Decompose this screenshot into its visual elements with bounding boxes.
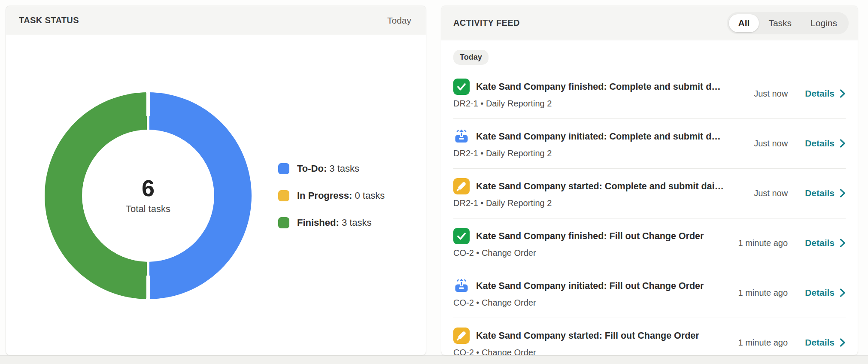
details-link[interactable]: Details	[805, 88, 846, 99]
activity-item: Kate Sand Company finished: Fill out Cha…	[453, 218, 846, 268]
activity-title: Kate Sand Company finished: Complete and…	[476, 82, 724, 92]
activity-reference: DR2-1 • Daily Reporting 2	[453, 198, 724, 208]
activity-reference: CO-2 • Change Order	[453, 248, 724, 258]
details-link[interactable]: Details	[805, 337, 846, 348]
activity-feed-title: ACTIVITY FEED	[453, 18, 520, 28]
details-label: Details	[805, 288, 835, 298]
pencil-icon	[453, 328, 470, 344]
chevron-right-icon	[840, 239, 846, 247]
activity-timestamp: Just now	[733, 188, 788, 198]
legend-swatch	[278, 217, 289, 228]
activity-title: Kate Sand Company initiated: Complete an…	[476, 131, 724, 142]
legend-item: To-Do: 3 tasks	[278, 163, 385, 174]
check-icon	[453, 228, 470, 244]
day-group-badge: Today	[453, 50, 489, 65]
task-status-donut-chart: 6 Total tasks	[45, 92, 252, 299]
activity-timestamp: Just now	[733, 89, 788, 99]
activity-timestamp: Just now	[733, 139, 788, 149]
task-status-header: TASK STATUS Today	[6, 6, 426, 35]
task-status-legend: To-Do: 3 tasks In Progress: 0 tasks Fini…	[278, 163, 385, 228]
activity-item: Kate Sand Company initiated: Complete an…	[453, 119, 846, 169]
activity-reference: DR2-1 • Daily Reporting 2	[453, 99, 724, 109]
chevron-right-icon	[840, 288, 846, 297]
details-link[interactable]: Details	[805, 288, 846, 298]
activity-item: Kate Sand Company initiated: Fill out Ch…	[453, 268, 846, 318]
activity-reference: CO-2 • Change Order	[453, 298, 724, 308]
legend-swatch	[278, 163, 289, 174]
activity-timestamp: 1 minute ago	[733, 288, 788, 298]
tab-logins[interactable]: Logins	[801, 14, 847, 32]
activity-title: Kate Sand Company started: Complete and …	[476, 181, 724, 192]
activity-item: Kate Sand Company finished: Complete and…	[453, 69, 846, 119]
tab-all[interactable]: All	[729, 14, 759, 32]
dashboard-cards: TASK STATUS Today 6 Total tasks To-Do: 3…	[6, 6, 858, 355]
activity-feed-body: Today Kate Sand Company finished: Comple…	[441, 40, 858, 355]
legend-swatch	[278, 190, 289, 201]
details-link[interactable]: Details	[805, 138, 846, 149]
unarchive-icon	[453, 278, 470, 294]
details-label: Details	[805, 88, 835, 99]
task-status-card: TASK STATUS Today 6 Total tasks To-Do: 3…	[6, 6, 426, 355]
activity-title: Kate Sand Company started: Fill out Chan…	[476, 331, 699, 341]
activity-feed-header: ACTIVITY FEED AllTasksLogins	[441, 6, 858, 40]
legend-item: Finished: 3 tasks	[278, 217, 385, 228]
activity-timestamp: 1 minute ago	[733, 338, 788, 348]
activity-timestamp: 1 minute ago	[733, 238, 788, 248]
pencil-icon	[453, 178, 470, 194]
activity-item: Kate Sand Company started: Fill out Chan…	[453, 318, 846, 355]
details-label: Details	[805, 337, 835, 348]
activity-title: Kate Sand Company finished: Fill out Cha…	[476, 231, 704, 242]
donut-hole: 6 Total tasks	[82, 130, 214, 262]
details-label: Details	[805, 188, 835, 198]
chevron-right-icon	[840, 139, 846, 148]
task-status-title: TASK STATUS	[19, 15, 79, 25]
activity-reference: DR2-1 • Daily Reporting 2	[453, 149, 724, 158]
activity-item: Kate Sand Company started: Complete and …	[453, 169, 846, 218]
chevron-right-icon	[840, 89, 846, 98]
unarchive-icon	[453, 128, 470, 145]
details-link[interactable]: Details	[805, 188, 846, 198]
task-status-period-label: Today	[387, 15, 411, 26]
chevron-right-icon	[840, 189, 846, 197]
activity-title: Kate Sand Company initiated: Fill out Ch…	[476, 281, 704, 291]
activity-list: Kate Sand Company finished: Complete and…	[453, 69, 846, 355]
details-label: Details	[805, 238, 835, 248]
tab-tasks[interactable]: Tasks	[759, 14, 801, 32]
chevron-right-icon	[840, 338, 846, 347]
details-link[interactable]: Details	[805, 238, 846, 248]
check-icon	[453, 79, 470, 95]
total-tasks-count: 6	[142, 176, 155, 200]
activity-feed-filter-tabs: AllTasksLogins	[727, 12, 849, 34]
details-label: Details	[805, 138, 835, 149]
task-status-body: 6 Total tasks To-Do: 3 tasks In Progress…	[6, 35, 426, 355]
legend-item: In Progress: 0 tasks	[278, 190, 385, 201]
page-bottom-strip	[0, 355, 868, 364]
total-tasks-caption: Total tasks	[126, 203, 170, 215]
activity-reference: CO-2 • Change Order	[453, 348, 724, 355]
activity-feed-card: ACTIVITY FEED AllTasksLogins Today Kate …	[441, 6, 858, 355]
